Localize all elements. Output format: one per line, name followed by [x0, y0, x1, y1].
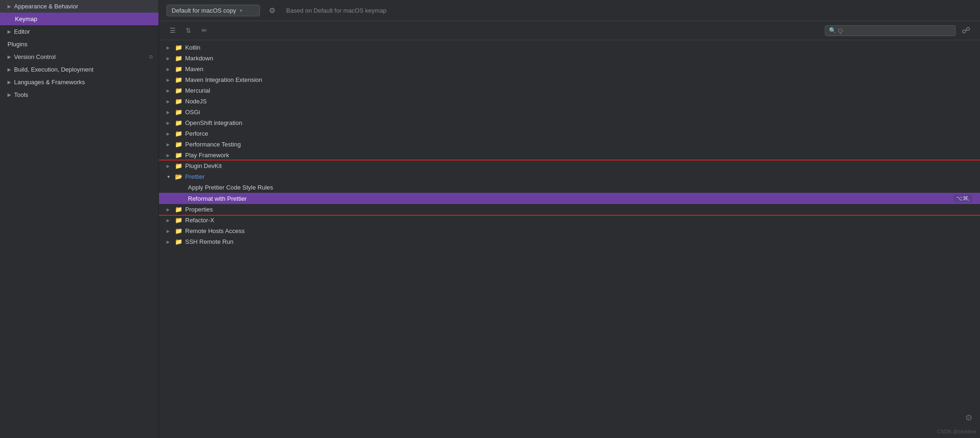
folder-icon: 📁	[175, 87, 182, 94]
tree-item-apply-prettier[interactable]: ▶ Apply Prettier Code Style Rules	[159, 182, 980, 193]
keymap-based-on-label: Based on Default for macOS keymap	[286, 7, 387, 14]
sidebar-item-editor[interactable]: ▶ Editor	[0, 25, 159, 38]
sidebar-item-tools[interactable]: ▶ Tools	[0, 88, 159, 101]
edit-button[interactable]: ✏	[198, 24, 210, 36]
filter-icon: ☰	[170, 27, 176, 34]
tree-item-properties[interactable]: ▶ 📁 Properties	[159, 204, 980, 215]
chevron-icon: ▶	[7, 67, 11, 72]
folder-icon: 📁	[175, 76, 182, 83]
folder-icon: 📁	[175, 238, 182, 245]
tree-item-label: Play Framework	[185, 152, 229, 159]
tree-chevron-icon: ▶	[166, 78, 172, 82]
tree-chevron-icon: ▶	[166, 131, 172, 136]
tree-item-label: Remote Hosts Access	[185, 227, 245, 234]
sidebar-item-label: Editor	[14, 28, 153, 35]
search-box[interactable]: 🔍	[825, 25, 956, 36]
gear-icon: ⚙	[269, 6, 275, 15]
filter-button[interactable]: ☰	[166, 24, 179, 36]
tree-item-label: OSGi	[185, 109, 200, 116]
tree-item-label: Performance Testing	[185, 141, 241, 148]
tree-chevron-icon: ▶	[166, 121, 172, 125]
search-input[interactable]	[838, 27, 951, 34]
tree-item-osgi[interactable]: ▶ 📁 OSGi	[159, 107, 980, 117]
folder-icon: 📁	[175, 152, 182, 159]
tree-item-prettier[interactable]: ▼ 📂 Prettier	[159, 171, 980, 182]
toolbar: Default for macOS copy ▾ ⚙ Based on Defa…	[159, 0, 980, 21]
tree-item-remote-hosts-access[interactable]: ▶ 📁 Remote Hosts Access	[159, 226, 980, 236]
settings-gear-icon[interactable]: ⚙	[965, 413, 973, 423]
tree-item-label: Prettier	[185, 173, 205, 180]
sort-icon: ⇅	[186, 27, 191, 34]
folder-icon: 📁	[175, 119, 182, 126]
tree-item-label: NodeJS	[185, 98, 207, 105]
folder-icon: 📁	[175, 227, 182, 234]
tree-item-mercurial[interactable]: ▶ 📁 Mercurial	[159, 85, 980, 96]
tree-item-maven[interactable]: ▶ 📁 Maven	[159, 64, 980, 74]
folder-icon: 📁	[175, 66, 182, 73]
sidebar-item-keymap[interactable]: Keymap	[0, 13, 159, 25]
sidebar-item-build[interactable]: ▶ Build, Execution, Deployment	[0, 63, 159, 76]
sidebar: ▶ Appearance & Behavior Keymap ▶ Editor …	[0, 0, 159, 438]
tree-item-ssh-remote-run[interactable]: ▶ 📁 SSH Remote Run	[159, 236, 980, 247]
sidebar-item-label: Version Control	[14, 53, 149, 60]
chevron-icon: ▶	[7, 54, 11, 59]
folder-icon: 📂	[175, 173, 182, 180]
chevron-icon: ▶	[7, 4, 11, 9]
folder-icon: 📁	[175, 109, 182, 116]
search-icon: 🔍	[829, 27, 836, 34]
folder-icon: 📁	[175, 44, 182, 51]
tree-chevron-icon: ▶	[166, 56, 172, 61]
folder-icon: 📁	[175, 130, 182, 137]
sidebar-item-label: Keymap	[15, 15, 153, 22]
folder-icon: 📁	[175, 206, 182, 213]
tree-item-plugin-devkit[interactable]: ▶ 📁 Plugin DevKit	[159, 161, 980, 171]
gear-button[interactable]: ⚙	[266, 4, 279, 17]
tree-item-label: Refactor-X	[185, 217, 214, 224]
sidebar-item-label: Plugins	[7, 41, 153, 48]
sidebar-item-label: Languages & Frameworks	[14, 79, 153, 86]
folder-icon: 📁	[175, 98, 182, 105]
sidebar-item-version-control[interactable]: ▶ Version Control ⧉	[0, 51, 159, 63]
tree-item-label: Maven Integration Extension	[185, 76, 262, 83]
tree-chevron-icon: ▶	[166, 67, 172, 72]
tree-container[interactable]: ▶ 📁 Kotlin ▶ 📁 Markdown ▶ 📁 Maven ▶ 📁 Ma…	[159, 40, 980, 438]
tree-chevron-icon: ▼	[166, 175, 172, 179]
sidebar-item-label: Tools	[14, 91, 153, 98]
tree-item-label: OpenShift integration	[185, 119, 242, 126]
tree-item-label: Maven	[185, 66, 203, 73]
chevron-icon: ▶	[7, 80, 11, 85]
tree-item-play-framework[interactable]: ▶ 📁 Play Framework	[159, 150, 980, 161]
tree-chevron-icon: ▶	[166, 218, 172, 223]
tree-chevron-icon: ▶	[166, 207, 172, 212]
dropdown-label: Default for macOS copy	[172, 7, 236, 14]
tree-chevron-icon: ▶	[166, 153, 172, 158]
tree-item-maven-integration[interactable]: ▶ 📁 Maven Integration Extension	[159, 74, 980, 85]
tree-item-markdown[interactable]: ▶ 📁 Markdown	[159, 53, 980, 64]
tree-item-perforce[interactable]: ▶ 📁 Perforce	[159, 128, 980, 139]
tree-item-label: Mercurial	[185, 87, 210, 94]
user-icon-button[interactable]: ☍	[959, 24, 973, 37]
tree-item-label: Markdown	[185, 55, 213, 62]
action-bar: ☰ ⇅ ✏ 🔍 ☍	[159, 21, 980, 40]
highlight-region: ▶ 📁 Plugin DevKit ▼ 📂 Prettier ▶ Apply P…	[159, 161, 980, 215]
tree-item-performance-testing[interactable]: ▶ 📁 Performance Testing	[159, 139, 980, 150]
tree-item-label: Kotlin	[185, 44, 201, 51]
sort-button[interactable]: ⇅	[182, 24, 195, 36]
tree-item-reformat-prettier[interactable]: ▶ Reformat with Prettier ⌥⌘,	[159, 193, 980, 204]
sidebar-item-languages[interactable]: ▶ Languages & Frameworks	[0, 76, 159, 88]
sidebar-item-appearance[interactable]: ▶ Appearance & Behavior	[0, 0, 159, 13]
tree-item-label: Apply Prettier Code Style Rules	[188, 184, 273, 191]
tree-item-label: Perforce	[185, 130, 208, 137]
folder-icon: 📁	[175, 55, 182, 62]
tree-item-openshift[interactable]: ▶ 📁 OpenShift integration	[159, 117, 980, 128]
tree-item-refactor-x[interactable]: ▶ 📁 Refactor-X	[159, 215, 980, 226]
sidebar-item-plugins[interactable]: Plugins	[0, 38, 159, 51]
tree-item-kotlin[interactable]: ▶ 📁 Kotlin	[159, 42, 980, 53]
tree-item-label: SSH Remote Run	[185, 238, 233, 245]
tree-chevron-icon: ▶	[166, 99, 172, 104]
tree-chevron-icon: ▶	[166, 229, 172, 234]
chevron-icon: ▶	[7, 92, 11, 97]
shortcut-badge: ⌥⌘,	[953, 195, 973, 202]
keymap-dropdown[interactable]: Default for macOS copy ▾	[166, 5, 260, 16]
tree-item-nodejs[interactable]: ▶ 📁 NodeJS	[159, 96, 980, 107]
